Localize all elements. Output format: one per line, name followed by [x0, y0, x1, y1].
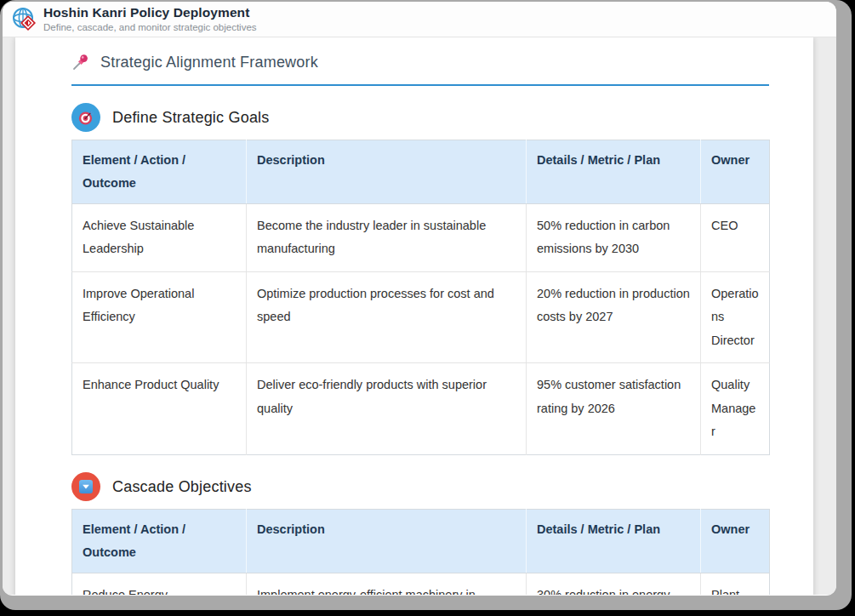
table-head: Element / Action / OutcomeDescriptionDet…	[72, 140, 770, 204]
strategic-goals-table: Element / Action / OutcomeDescriptionDet…	[71, 140, 770, 455]
table-cell: CEO	[701, 203, 770, 271]
app-window: Hoshin Kanri Policy Deployment Define, c…	[3, 2, 836, 596]
column-header: Element / Action / Outcome	[72, 510, 247, 573]
column-header: Details / Metric / Plan	[527, 510, 701, 573]
app-title: Hoshin Kanri Policy Deployment	[43, 5, 257, 20]
column-header: Owner	[701, 510, 770, 573]
page-background: Strategic Alignment Framework	[3, 37, 836, 595]
column-header: Owner	[701, 140, 770, 204]
section-accent-rule	[71, 84, 769, 86]
table-cell: Improve Operational Efficiency	[72, 271, 247, 363]
table-cell: 95% customer satisfaction rating by 2026	[527, 363, 701, 455]
table-row: Enhance Product QualityDeliver eco-frien…	[72, 363, 770, 455]
app-subtitle: Define, cascade, and monitor strategic o…	[43, 22, 257, 33]
app-header: Hoshin Kanri Policy Deployment Define, c…	[3, 2, 836, 37]
table-cell: Become the industry leader in sustainabl…	[247, 203, 527, 271]
table-row: Reduce Energy ConsumptionImplement energ…	[72, 573, 770, 595]
app-logo-globe-icon	[11, 6, 38, 33]
table-cell: Quality Manager	[701, 363, 770, 455]
subsection-heading: Cascade Objectives	[112, 478, 252, 496]
table-header-row: Element / Action / OutcomeDescriptionDet…	[72, 510, 770, 573]
section-title-row: Strategic Alignment Framework	[71, 51, 769, 73]
pushpin-icon	[71, 53, 89, 71]
table-row: Achieve Sustainable LeadershipBecome the…	[72, 203, 770, 271]
table-header-row: Element / Action / OutcomeDescriptionDet…	[72, 140, 770, 204]
table-body: Reduce Energy ConsumptionImplement energ…	[72, 573, 770, 595]
table-cell: Plant Manager	[701, 573, 770, 595]
table-head: Element / Action / OutcomeDescriptionDet…	[72, 510, 770, 573]
app-header-text: Hoshin Kanri Policy Deployment Define, c…	[43, 5, 257, 33]
column-header: Description	[247, 140, 527, 204]
subsection-cascade-objectives: Cascade Objectives Element / Action / Ou…	[71, 472, 769, 595]
down-button-icon	[71, 472, 100, 501]
table-cell: Achieve Sustainable Leadership	[72, 203, 247, 271]
column-header: Element / Action / Outcome	[72, 140, 247, 204]
section-title: Strategic Alignment Framework	[100, 54, 318, 71]
target-icon	[71, 103, 100, 132]
subsection-define-strategic-goals: Define Strategic Goals Element / Action …	[71, 103, 769, 455]
table-cell: Optimize production processes for cost a…	[247, 271, 527, 363]
table-cell: Operations Director	[701, 271, 770, 363]
table-cell: Deliver eco-friendly products with super…	[247, 363, 527, 455]
table-cell: Implement energy-efficient machinery in …	[247, 573, 527, 595]
content-card: Strategic Alignment Framework	[15, 37, 813, 595]
table-cell: 50% reduction in carbon emissions by 203…	[527, 203, 701, 271]
subsection-heading: Define Strategic Goals	[112, 109, 270, 127]
table-body: Achieve Sustainable LeadershipBecome the…	[72, 203, 770, 454]
table-cell: 30% reduction in energy use by 2026	[527, 573, 701, 595]
column-header: Details / Metric / Plan	[527, 140, 701, 204]
table-cell: Reduce Energy Consumption	[72, 573, 247, 595]
table-row: Improve Operational EfficiencyOptimize p…	[72, 271, 770, 363]
cascade-objectives-table: Element / Action / OutcomeDescriptionDet…	[71, 509, 770, 595]
table-cell: 20% reduction in production costs by 202…	[527, 271, 701, 363]
column-header: Description	[247, 510, 527, 573]
table-cell: Enhance Product Quality	[72, 363, 247, 455]
subsection-header: Define Strategic Goals	[71, 103, 769, 132]
subsection-header: Cascade Objectives	[71, 472, 769, 501]
